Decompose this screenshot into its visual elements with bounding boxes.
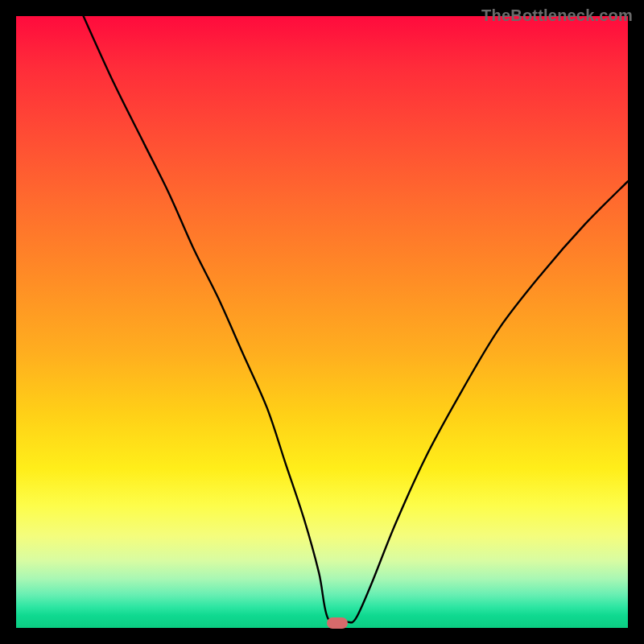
- optimal-marker: [327, 617, 348, 629]
- plot-area: [16, 16, 628, 628]
- curve-path: [84, 16, 628, 623]
- watermark-text: TheBottleneck.com: [481, 6, 633, 25]
- chart-frame: TheBottleneck.com: [0, 0, 644, 644]
- bottleneck-curve: [16, 16, 628, 628]
